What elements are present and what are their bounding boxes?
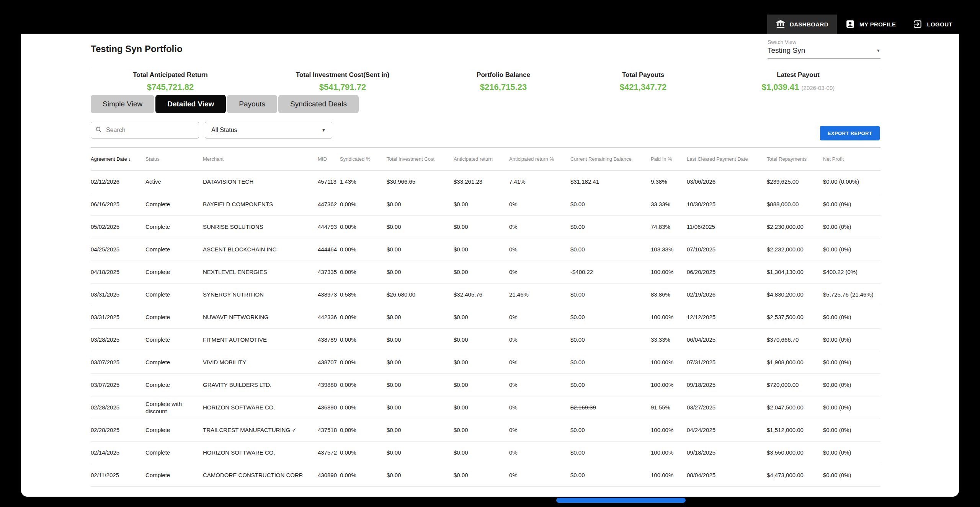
- tab-payouts[interactable]: Payouts: [227, 95, 277, 113]
- cell-net-profit: $0.00 (0%): [823, 442, 880, 464]
- cell-anticipated-return: $0.00: [454, 238, 509, 261]
- cell-total-repayments: $1,908,000.00: [767, 351, 823, 374]
- cell-paid-in-pct: 91.55%: [651, 396, 687, 419]
- cell-current-remaining-balance: $2,169.39: [570, 396, 651, 419]
- status-filter-select[interactable]: All Status ▼: [205, 122, 332, 139]
- cell-agreement-date: 03/31/2025: [91, 284, 145, 306]
- cell-syndicated-pct: 0.00%: [340, 306, 387, 329]
- table-row[interactable]: 03/31/2025CompleteNUWAVE NETWORKING44233…: [91, 306, 880, 329]
- cell-mid: 457113: [318, 171, 340, 193]
- table-row[interactable]: 03/07/2025CompleteVIVID MOBILITY4387070.…: [91, 351, 880, 374]
- stat-label: Portfolio Balance: [477, 71, 530, 79]
- column-header-status[interactable]: Status: [145, 148, 203, 171]
- cell-syndicated-pct: 0.00%: [340, 238, 387, 261]
- column-header-current-remaining-balance[interactable]: Current Remaining Balance: [570, 148, 651, 171]
- cell-total-repayments: $1,304,130.00: [767, 261, 823, 284]
- cell-syndicated-pct: 0.00%: [340, 261, 387, 284]
- column-header-net-profit[interactable]: Net Profit: [823, 148, 880, 171]
- cell-net-profit: $0.00 (0%): [823, 216, 880, 238]
- cell-net-profit: $0.00 (0%): [823, 193, 880, 216]
- table-row[interactable]: 03/28/2025CompleteFITMENT AUTOMOTIVE4387…: [91, 329, 880, 351]
- column-header-paid-in-pct[interactable]: Paid In %: [651, 148, 687, 171]
- tab-simple-view[interactable]: Simple View: [91, 95, 154, 113]
- cell-last-cleared-payment-date: 03/27/2025: [687, 396, 767, 419]
- table-row[interactable]: 04/25/2025CompleteASCENT BLOCKCHAIN INC4…: [91, 238, 880, 261]
- table-row[interactable]: 02/28/2025Complete with discountHORIZON …: [91, 396, 880, 419]
- stat-value: $421,347.72: [620, 82, 666, 92]
- table-row[interactable]: 04/18/2025CompleteNEXTLEVEL ENERGIES4373…: [91, 261, 880, 284]
- tab-syndicated-deals[interactable]: Syndicated Deals: [278, 95, 359, 113]
- cell-anticipated-return-pct: 0%: [509, 374, 570, 396]
- cell-mid: 438973: [318, 284, 340, 306]
- cell-total-investment-cost: $0.00: [387, 329, 454, 351]
- table-row[interactable]: 02/14/2025CompleteHORIZON SOFTWARE CO.43…: [91, 442, 880, 464]
- nav-item-my-profile[interactable]: MY PROFILE: [837, 15, 904, 34]
- cell-syndicated-pct: 0.00%: [340, 442, 387, 464]
- cell-total-repayments: $4,830,200.00: [767, 284, 823, 306]
- cell-agreement-date: 04/25/2025: [91, 238, 145, 261]
- cell-merchant: NEXTLEVEL ENERGIES: [203, 261, 318, 284]
- table-row[interactable]: 02/11/2025CompleteCAMODORE CONSTRUCTION …: [91, 464, 880, 487]
- cell-merchant: HORIZON SOFTWARE CO.: [203, 396, 318, 419]
- table-row[interactable]: 02/12/2026ActiveDATAVISION TECH4571131.4…: [91, 171, 880, 193]
- cell-merchant: SYNERGY NUTRITION: [203, 284, 318, 306]
- search-input[interactable]: [105, 126, 195, 134]
- column-header-mid[interactable]: MID: [318, 148, 340, 171]
- status-filter-value: All Status: [211, 127, 237, 134]
- cell-anticipated-return-pct: 0%: [509, 329, 570, 351]
- cell-total-investment-cost: $0.00: [387, 216, 454, 238]
- tab-detailed-view[interactable]: Detailed View: [155, 95, 226, 113]
- stat-total-payouts: Total Payouts $421,347.72: [620, 71, 666, 92]
- column-header-last-cleared-payment-date[interactable]: Last Cleared Payment Date: [687, 148, 767, 171]
- column-header-syndicated-pct[interactable]: Syndicated %: [340, 148, 387, 171]
- cell-status: Complete: [145, 464, 203, 487]
- column-header-anticipated-return[interactable]: Anticipated return: [454, 148, 509, 171]
- table-row[interactable]: 06/16/2025CompleteBAYFIELD COMPONENTS447…: [91, 193, 880, 216]
- cell-agreement-date: 02/28/2025: [91, 396, 145, 419]
- cell-merchant: VIVID MOBILITY: [203, 351, 318, 374]
- sort-desc-icon: ↓: [127, 156, 131, 162]
- cell-anticipated-return: $0.00: [454, 374, 509, 396]
- export-report-button[interactable]: EXPORT REPORT: [820, 126, 880, 140]
- cell-total-investment-cost: $0.00: [387, 464, 454, 487]
- cell-merchant: NUWAVE NETWORKING: [203, 306, 318, 329]
- table-row[interactable]: 05/02/2025CompleteSUNRISE SOLUTIONS44479…: [91, 216, 880, 238]
- cell-syndicated-pct: 0.00%: [340, 374, 387, 396]
- nav-item-label: MY PROFILE: [859, 21, 896, 28]
- cell-status: Complete: [145, 284, 203, 306]
- cell-total-investment-cost: $26,680.00: [387, 284, 454, 306]
- cell-anticipated-return: $0.00: [454, 396, 509, 419]
- column-header-anticipated-return-pct[interactable]: Anticipated return %: [509, 148, 570, 171]
- cell-current-remaining-balance: $0.00: [570, 216, 651, 238]
- cell-mid: 438707: [318, 351, 340, 374]
- logout-icon: [913, 19, 923, 29]
- deals-table: Agreement Date ↓StatusMerchantMIDSyndica…: [91, 147, 880, 487]
- stat-date-suffix: (2026-03-09): [802, 85, 835, 91]
- stat-label: Total Anticipated Return: [133, 71, 208, 79]
- cell-total-repayments: $888,000.00: [767, 193, 823, 216]
- table-row[interactable]: 02/28/2025CompleteTRAILCREST MANUFACTURI…: [91, 419, 880, 442]
- cell-merchant: FITMENT AUTOMOTIVE: [203, 329, 318, 351]
- cell-net-profit: $0.00 (0%): [823, 329, 880, 351]
- nav-item-dashboard[interactable]: DASHBOARD: [767, 15, 837, 34]
- cell-paid-in-pct: 100.00%: [651, 351, 687, 374]
- table-header-row: Agreement Date ↓StatusMerchantMIDSyndica…: [91, 148, 880, 171]
- table-row[interactable]: 03/31/2025CompleteSYNERGY NUTRITION43897…: [91, 284, 880, 306]
- cell-total-repayments: $2,047,500.00: [767, 396, 823, 419]
- cell-anticipated-return: $33,261.23: [454, 171, 509, 193]
- column-header-merchant[interactable]: Merchant: [203, 148, 318, 171]
- cell-current-remaining-balance: $0.00: [570, 374, 651, 396]
- switch-view-select[interactable]: Switch View Testing Syn ▼: [768, 39, 880, 59]
- stat-label: Total Payouts: [620, 71, 666, 79]
- column-header-total-repayments[interactable]: Total Repayments: [767, 148, 823, 171]
- horizontal-scrollbar-thumb[interactable]: [556, 498, 686, 503]
- cell-anticipated-return: $0.00: [454, 216, 509, 238]
- cell-last-cleared-payment-date: 07/10/2025: [687, 238, 767, 261]
- content-card: Testing Syn Portfolio Switch View Testin…: [21, 34, 959, 497]
- column-header-agreement-date[interactable]: Agreement Date ↓: [91, 148, 145, 171]
- bank-icon: [776, 19, 786, 29]
- cell-paid-in-pct: 103.33%: [651, 238, 687, 261]
- nav-item-logout[interactable]: LOGOUT: [904, 15, 961, 34]
- table-row[interactable]: 03/07/2025CompleteGRAVITY BUILDERS LTD.4…: [91, 374, 880, 396]
- column-header-total-investment-cost[interactable]: Total Investment Cost: [387, 148, 454, 171]
